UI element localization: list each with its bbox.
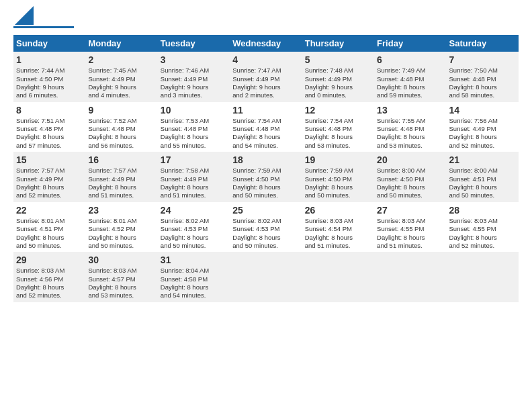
calendar-cell: 9Sunrise: 7:52 AM Sunset: 4:48 PM Daylig… (85, 102, 157, 152)
calendar-cell: 11Sunrise: 7:54 AM Sunset: 4:48 PM Dayli… (230, 102, 302, 152)
day-number: 30 (88, 254, 154, 266)
calendar-cell: 6Sunrise: 7:49 AM Sunset: 4:48 PM Daylig… (374, 52, 446, 102)
day-number: 12 (305, 104, 371, 116)
day-info: Sunrise: 7:54 AM Sunset: 4:48 PM Dayligh… (305, 117, 371, 150)
calendar-cell: 22Sunrise: 8:01 AM Sunset: 4:51 PM Dayli… (13, 202, 85, 253)
svg-marker-0 (15, 6, 34, 25)
day-info: Sunrise: 7:53 AM Sunset: 4:48 PM Dayligh… (161, 117, 227, 150)
day-number: 20 (377, 154, 443, 166)
header-cell-wednesday: Wednesday (230, 35, 302, 52)
day-info: Sunrise: 7:48 AM Sunset: 4:49 PM Dayligh… (305, 66, 371, 99)
day-number: 14 (449, 104, 516, 116)
day-number: 1 (16, 54, 83, 66)
calendar-header: SundayMondayTuesdayWednesdayThursdayFrid… (13, 35, 519, 52)
calendar-cell: 2Sunrise: 7:45 AM Sunset: 4:49 PM Daylig… (85, 52, 157, 102)
day-info: Sunrise: 8:01 AM Sunset: 4:51 PM Dayligh… (16, 217, 83, 250)
day-info: Sunrise: 8:03 AM Sunset: 4:55 PM Dayligh… (377, 217, 443, 250)
calendar-cell: 13Sunrise: 7:55 AM Sunset: 4:48 PM Dayli… (374, 102, 446, 152)
day-number: 24 (161, 204, 227, 216)
calendar-cell (447, 252, 519, 302)
calendar-cell: 3Sunrise: 7:46 AM Sunset: 4:49 PM Daylig… (158, 52, 230, 102)
day-number: 10 (161, 104, 227, 116)
calendar-cell: 30Sunrise: 8:03 AM Sunset: 4:57 PM Dayli… (85, 252, 157, 302)
day-number: 23 (88, 204, 154, 216)
calendar-cell: 16Sunrise: 7:57 AM Sunset: 4:49 PM Dayli… (85, 152, 157, 202)
week-row-4: 22Sunrise: 8:01 AM Sunset: 4:51 PM Dayli… (13, 202, 519, 253)
day-info: Sunrise: 7:45 AM Sunset: 4:49 PM Dayligh… (88, 66, 154, 99)
calendar-cell: 21Sunrise: 8:00 AM Sunset: 4:51 PM Dayli… (447, 152, 519, 202)
day-info: Sunrise: 8:03 AM Sunset: 4:57 PM Dayligh… (88, 267, 154, 300)
calendar-cell: 27Sunrise: 8:03 AM Sunset: 4:55 PM Dayli… (374, 202, 446, 253)
calendar-cell: 15Sunrise: 7:57 AM Sunset: 4:49 PM Dayli… (13, 152, 85, 202)
day-info: Sunrise: 8:00 AM Sunset: 4:50 PM Dayligh… (377, 167, 443, 199)
day-info: Sunrise: 8:04 AM Sunset: 4:58 PM Dayligh… (161, 267, 227, 300)
day-info: Sunrise: 7:57 AM Sunset: 4:49 PM Dayligh… (16, 167, 83, 199)
week-row-2: 8Sunrise: 7:51 AM Sunset: 4:48 PM Daylig… (13, 102, 519, 152)
header-cell-monday: Monday (85, 35, 157, 52)
day-info: Sunrise: 7:54 AM Sunset: 4:48 PM Dayligh… (232, 117, 299, 150)
calendar-cell (230, 252, 302, 302)
day-info: Sunrise: 7:59 AM Sunset: 4:50 PM Dayligh… (305, 167, 371, 199)
header (13, 10, 519, 28)
day-number: 5 (305, 54, 371, 66)
logo-arrow-icon (15, 6, 34, 25)
logo (13, 10, 74, 28)
calendar-cell: 5Sunrise: 7:48 AM Sunset: 4:49 PM Daylig… (302, 52, 374, 102)
day-number: 11 (232, 104, 299, 116)
calendar-table: SundayMondayTuesdayWednesdayThursdayFrid… (13, 35, 519, 302)
day-number: 17 (161, 154, 227, 166)
day-number: 29 (16, 254, 83, 266)
day-number: 26 (305, 204, 371, 216)
calendar-cell: 26Sunrise: 8:03 AM Sunset: 4:54 PM Dayli… (302, 202, 374, 253)
day-number: 7 (449, 54, 516, 66)
day-info: Sunrise: 8:00 AM Sunset: 4:51 PM Dayligh… (449, 167, 516, 199)
day-info: Sunrise: 7:47 AM Sunset: 4:49 PM Dayligh… (232, 66, 299, 99)
calendar-cell: 8Sunrise: 7:51 AM Sunset: 4:48 PM Daylig… (13, 102, 85, 152)
day-number: 3 (161, 54, 227, 66)
calendar-cell: 14Sunrise: 7:56 AM Sunset: 4:49 PM Dayli… (447, 102, 519, 152)
calendar-cell: 17Sunrise: 7:58 AM Sunset: 4:49 PM Dayli… (158, 152, 230, 202)
week-row-3: 15Sunrise: 7:57 AM Sunset: 4:49 PM Dayli… (13, 152, 519, 202)
day-number: 27 (377, 204, 443, 216)
calendar-cell: 20Sunrise: 8:00 AM Sunset: 4:50 PM Dayli… (374, 152, 446, 202)
header-cell-saturday: Saturday (447, 35, 519, 52)
calendar-cell: 1Sunrise: 7:44 AM Sunset: 4:50 PM Daylig… (13, 52, 85, 102)
day-number: 18 (232, 154, 299, 166)
calendar-cell: 28Sunrise: 8:03 AM Sunset: 4:55 PM Dayli… (447, 202, 519, 253)
day-number: 2 (88, 54, 154, 66)
day-number: 21 (449, 154, 516, 166)
day-info: Sunrise: 7:58 AM Sunset: 4:49 PM Dayligh… (161, 167, 227, 199)
day-number: 19 (305, 154, 371, 166)
day-info: Sunrise: 8:03 AM Sunset: 4:55 PM Dayligh… (449, 217, 516, 250)
header-cell-friday: Friday (374, 35, 446, 52)
day-info: Sunrise: 8:02 AM Sunset: 4:53 PM Dayligh… (161, 217, 227, 250)
day-info: Sunrise: 7:46 AM Sunset: 4:49 PM Dayligh… (161, 66, 227, 99)
logo-underline (13, 26, 74, 28)
header-cell-tuesday: Tuesday (158, 35, 230, 52)
day-number: 16 (88, 154, 154, 166)
day-info: Sunrise: 7:57 AM Sunset: 4:49 PM Dayligh… (88, 167, 154, 199)
week-row-5: 29Sunrise: 8:03 AM Sunset: 4:56 PM Dayli… (13, 252, 519, 302)
day-number: 9 (88, 104, 154, 116)
header-cell-thursday: Thursday (302, 35, 374, 52)
day-info: Sunrise: 7:52 AM Sunset: 4:48 PM Dayligh… (88, 117, 154, 150)
day-info: Sunrise: 8:02 AM Sunset: 4:53 PM Dayligh… (232, 217, 299, 250)
header-row: SundayMondayTuesdayWednesdayThursdayFrid… (13, 35, 519, 52)
calendar-cell (374, 252, 446, 302)
day-number: 8 (16, 104, 83, 116)
calendar-cell: 4Sunrise: 7:47 AM Sunset: 4:49 PM Daylig… (230, 52, 302, 102)
day-info: Sunrise: 8:01 AM Sunset: 4:52 PM Dayligh… (88, 217, 154, 250)
day-number: 31 (161, 254, 227, 266)
calendar-cell: 19Sunrise: 7:59 AM Sunset: 4:50 PM Dayli… (302, 152, 374, 202)
calendar-cell: 23Sunrise: 8:01 AM Sunset: 4:52 PM Dayli… (85, 202, 157, 253)
day-info: Sunrise: 7:44 AM Sunset: 4:50 PM Dayligh… (16, 66, 83, 99)
day-info: Sunrise: 8:03 AM Sunset: 4:54 PM Dayligh… (305, 217, 371, 250)
day-info: Sunrise: 7:55 AM Sunset: 4:48 PM Dayligh… (377, 117, 443, 150)
day-info: Sunrise: 7:49 AM Sunset: 4:48 PM Dayligh… (377, 66, 443, 99)
day-number: 13 (377, 104, 443, 116)
day-number: 28 (449, 204, 516, 216)
header-cell-sunday: Sunday (13, 35, 85, 52)
calendar-cell: 7Sunrise: 7:50 AM Sunset: 4:48 PM Daylig… (447, 52, 519, 102)
calendar-cell: 31Sunrise: 8:04 AM Sunset: 4:58 PM Dayli… (158, 252, 230, 302)
calendar-cell (302, 252, 374, 302)
